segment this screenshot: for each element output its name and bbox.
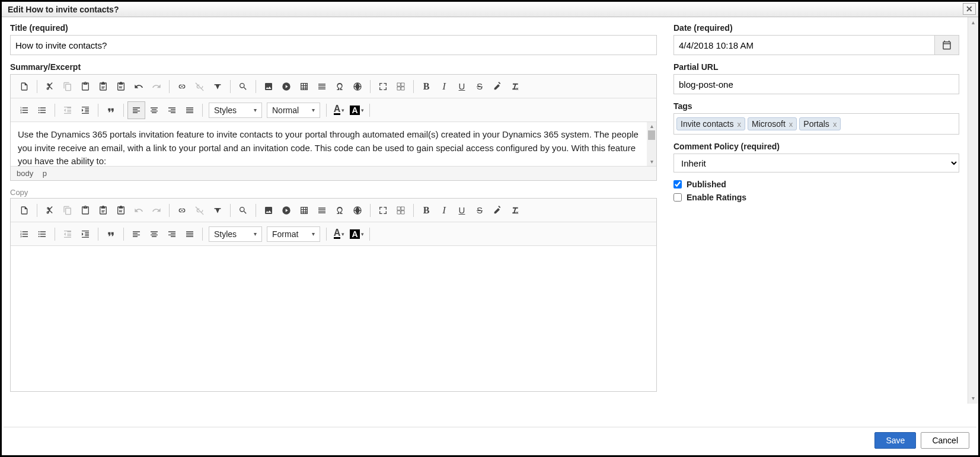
copy-icon[interactable] <box>59 78 76 95</box>
scroll-up-icon[interactable]: ▴ <box>647 122 656 130</box>
partial-url-input[interactable] <box>673 74 959 94</box>
outer-scrollbar[interactable]: ▴ ▾ <box>968 17 978 404</box>
unlink-icon[interactable] <box>191 78 209 95</box>
bold-icon[interactable]: B <box>417 202 435 219</box>
maximize-icon[interactable] <box>374 202 392 219</box>
undo-icon[interactable] <box>130 202 148 219</box>
indent-icon[interactable] <box>76 225 94 243</box>
copy-editor-body[interactable] <box>11 246 656 391</box>
indent-icon[interactable] <box>76 101 94 119</box>
find-icon[interactable] <box>234 202 252 219</box>
scroll-down-icon[interactable]: ▾ <box>647 158 656 166</box>
cancel-button[interactable]: Cancel <box>921 432 969 449</box>
maximize-icon[interactable] <box>374 78 392 95</box>
find-icon[interactable] <box>234 78 252 95</box>
align-right-icon[interactable] <box>163 225 181 243</box>
align-left-icon[interactable] <box>127 101 145 119</box>
redo-icon[interactable] <box>148 78 165 95</box>
tag-remove-icon[interactable]: x <box>789 120 793 129</box>
align-left-icon[interactable] <box>127 225 145 243</box>
bgcolor-button[interactable]: A <box>348 225 366 243</box>
scroll-up-icon[interactable]: ▴ <box>968 17 978 28</box>
strike-icon[interactable]: S <box>471 202 489 219</box>
blockquote-icon[interactable] <box>102 225 120 243</box>
align-center-icon[interactable] <box>145 101 163 119</box>
ul-icon[interactable] <box>33 225 51 243</box>
outdent-icon[interactable] <box>59 225 76 243</box>
showblocks-icon[interactable] <box>392 202 410 219</box>
bold-icon[interactable]: B <box>417 78 435 95</box>
specialchar-icon[interactable] <box>331 202 349 219</box>
ul-icon[interactable] <box>33 101 51 119</box>
ol-icon[interactable] <box>15 225 33 243</box>
title-input[interactable] <box>10 35 657 55</box>
source-icon[interactable] <box>15 78 33 95</box>
iframe-icon[interactable] <box>349 202 366 219</box>
redo-icon[interactable] <box>148 202 165 219</box>
align-justify-icon[interactable] <box>181 101 199 119</box>
anchor-icon[interactable] <box>209 202 226 219</box>
image-icon[interactable] <box>260 78 277 95</box>
embed-icon[interactable] <box>277 202 295 219</box>
paste-icon[interactable] <box>76 202 94 219</box>
underline-icon[interactable]: U <box>453 202 471 219</box>
blockquote-icon[interactable] <box>102 101 120 119</box>
source-icon[interactable] <box>15 202 33 219</box>
embed-icon[interactable] <box>277 78 295 95</box>
close-icon[interactable]: ✕ <box>963 3 976 15</box>
save-button[interactable]: Save <box>874 432 916 449</box>
textcolor-button[interactable]: A <box>330 101 348 119</box>
italic-icon[interactable]: I <box>435 202 453 219</box>
iframe-icon[interactable] <box>349 78 366 95</box>
link-icon[interactable] <box>173 78 191 95</box>
tag-remove-icon[interactable]: x <box>833 120 837 129</box>
format-dropdown[interactable]: Normal <box>267 103 320 118</box>
undo-icon[interactable] <box>130 78 148 95</box>
styles-dropdown[interactable]: Styles <box>209 226 262 242</box>
tags-input[interactable]: Invite contactsxMicrosoftxPortalsx <box>673 113 959 135</box>
format-dropdown[interactable]: Format <box>267 226 320 242</box>
anchor-icon[interactable] <box>209 78 226 95</box>
calendar-button[interactable] <box>934 35 959 55</box>
marker-icon[interactable] <box>489 202 506 219</box>
align-right-icon[interactable] <box>163 101 181 119</box>
styles-dropdown[interactable]: Styles <box>209 103 262 118</box>
underline-icon[interactable]: U <box>453 78 471 95</box>
comment-policy-select[interactable]: Inherit <box>673 154 959 172</box>
paste-text-icon[interactable] <box>94 78 112 95</box>
bgcolor-button[interactable]: A <box>348 101 366 119</box>
paste-word-icon[interactable] <box>112 202 130 219</box>
link-icon[interactable] <box>173 202 191 219</box>
table-icon[interactable] <box>295 202 313 219</box>
italic-icon[interactable]: I <box>435 78 453 95</box>
cut-icon[interactable] <box>41 78 59 95</box>
copy-icon[interactable] <box>59 202 76 219</box>
marker-icon[interactable] <box>489 78 506 95</box>
path-body[interactable]: body <box>17 169 33 178</box>
ol-icon[interactable] <box>15 101 33 119</box>
unlink-icon[interactable] <box>191 202 209 219</box>
path-p[interactable]: p <box>43 169 47 178</box>
specialchar-icon[interactable] <box>331 78 349 95</box>
date-input[interactable] <box>673 35 934 55</box>
showblocks-icon[interactable] <box>392 78 410 95</box>
summary-editor-body[interactable]: Use the Dynamics 365 portals invitation … <box>11 122 656 166</box>
hr-icon[interactable] <box>313 78 331 95</box>
align-center-icon[interactable] <box>145 225 163 243</box>
outdent-icon[interactable] <box>59 101 76 119</box>
scroll-thumb[interactable] <box>648 130 655 140</box>
strike-icon[interactable]: S <box>471 78 489 95</box>
image-icon[interactable] <box>260 202 277 219</box>
paste-icon[interactable] <box>76 78 94 95</box>
removeformat-icon[interactable] <box>506 202 524 219</box>
editor-scrollbar[interactable]: ▴ ▾ <box>647 122 656 166</box>
removeformat-icon[interactable] <box>506 78 524 95</box>
cut-icon[interactable] <box>41 202 59 219</box>
textcolor-button[interactable]: A <box>330 225 348 243</box>
scroll-down-icon[interactable]: ▾ <box>968 393 978 404</box>
hr-icon[interactable] <box>313 202 331 219</box>
align-justify-icon[interactable] <box>181 225 199 243</box>
table-icon[interactable] <box>295 78 313 95</box>
tag-remove-icon[interactable]: x <box>738 120 742 129</box>
enable-ratings-checkbox[interactable] <box>673 193 682 202</box>
